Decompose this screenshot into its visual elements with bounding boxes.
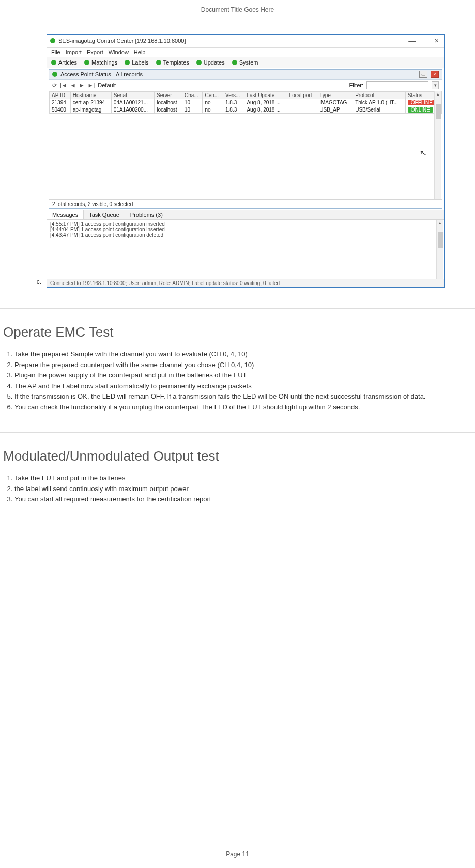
doc-footer: Page 11 [0, 850, 475, 858]
table-row[interactable]: 50400 ap-imagotag 01A1A00200... localhos… [50, 106, 442, 114]
status-badge: ONLINE [408, 107, 433, 113]
tab-matchings[interactable]: Matchings [84, 59, 117, 66]
messages-panel: [4:55:17 PM] 1 access point configuratio… [47, 219, 444, 279]
nav-tabs: Articles Matchings Labels Templates Upda… [47, 57, 444, 68]
list-item: Plug-in the power supply of the counterp… [14, 371, 475, 380]
menu-export[interactable]: Export [87, 49, 103, 55]
emc-steps-list: Take the prepared Sample with the channe… [14, 350, 475, 412]
tab-messages[interactable]: Messages [47, 210, 84, 219]
message-tabs: Messages Task Queue Problems (3) [47, 210, 444, 219]
next-page-button[interactable]: ► [79, 82, 85, 88]
heading-operate-emc-test: Operate EMC Test [3, 324, 475, 340]
col-server[interactable]: Server [155, 92, 182, 99]
col-channel[interactable]: Cha... [182, 92, 203, 99]
cursor-icon: ↖ [419, 148, 427, 159]
list-item: Prepare the prepared counterpart with th… [14, 360, 475, 370]
dot-icon [51, 60, 56, 65]
tab-labels[interactable]: Labels [125, 59, 148, 66]
menu-help[interactable]: Help [134, 49, 146, 55]
vertical-scrollbar[interactable]: ▴ [436, 220, 443, 279]
grid-header-row: AP ID Hostname Serial Server Cha... Cen.… [50, 92, 442, 99]
list-bullet-c: c. [31, 278, 41, 286]
section-divider [0, 525, 475, 525]
heading-modulated-output-test: Modulated/Unmodulated Output test [3, 448, 475, 464]
list-item: The AP and the Label now start automatic… [14, 382, 475, 391]
menu-window[interactable]: Window [109, 49, 129, 55]
dot-icon [196, 60, 202, 65]
last-page-button[interactable]: ►| [88, 82, 95, 88]
col-localport[interactable]: Local port [287, 92, 317, 99]
sub-window: Access Point Status - All records ▭ × ⟳ … [49, 69, 442, 209]
col-protocol[interactable]: Protocol [353, 92, 406, 99]
data-grid: AP ID Hostname Serial Server Cha... Cen.… [49, 91, 442, 200]
dot-icon [84, 60, 89, 65]
col-apid[interactable]: AP ID [50, 92, 71, 99]
menu-import[interactable]: Import [66, 49, 82, 55]
filter-label: Filter: [349, 82, 364, 88]
menu-bar: File Import Export Window Help [47, 48, 444, 57]
tab-task-queue[interactable]: Task Queue [84, 210, 125, 219]
list-item: the label will send continuosly with max… [14, 484, 475, 494]
status-bar: Connected to 192.168.1.10:8000; User: ad… [47, 279, 444, 287]
list-item: If the transmission is OK, the LED will … [14, 392, 475, 401]
window-titlebar: SES-imagotag Control Center [192.168.1.1… [47, 35, 444, 48]
log-line: [4:43:47 PM] 1 access point configuratio… [50, 232, 441, 238]
dot-icon [52, 72, 57, 77]
vertical-scrollbar[interactable]: ▴ [434, 91, 441, 199]
filter-dropdown[interactable]: ▾ [432, 81, 439, 89]
app-status-icon [50, 38, 55, 43]
status-badge: OFFLINE [408, 100, 436, 105]
tab-problems[interactable]: Problems (3) [125, 210, 168, 219]
doc-header: Document Title Goes Here [0, 6, 475, 13]
tab-templates[interactable]: Templates [156, 59, 189, 66]
tab-system[interactable]: System [232, 59, 258, 66]
close-button[interactable]: × [435, 37, 439, 45]
list-item: Take the EUT and put in the batteries [14, 474, 475, 483]
grid-toolbar: ⟳ |◄ ◄ ► ►| Default Filter: ▾ [49, 80, 442, 91]
first-page-button[interactable]: |◄ [60, 82, 67, 88]
minimize-button[interactable]: — [408, 37, 416, 45]
refresh-button[interactable]: ⟳ [52, 82, 57, 89]
dot-icon [156, 60, 161, 65]
window-title: SES-imagotag Control Center [192.168.1.1… [58, 38, 405, 44]
filter-input[interactable] [366, 81, 428, 89]
col-hostname[interactable]: Hostname [70, 92, 111, 99]
scheme-label: Default [98, 82, 116, 88]
list-item: You can start all required measurements … [14, 495, 475, 504]
list-item: Take the prepared Sample with the channe… [14, 350, 475, 359]
section-divider [0, 432, 475, 433]
log-line: [4:44:04 PM] 1 access point configuratio… [50, 227, 441, 232]
sub-close-button[interactable]: × [431, 71, 439, 78]
tab-updates[interactable]: Updates [196, 59, 225, 66]
mod-steps-list: Take the EUT and put in the batteries th… [14, 474, 475, 504]
tab-articles[interactable]: Articles [51, 59, 77, 66]
col-version[interactable]: Vers... [223, 92, 244, 99]
table-row[interactable]: 21394 cert-ap-21394 04A1A00121... localh… [50, 99, 442, 106]
col-type[interactable]: Type [317, 92, 353, 99]
log-line: [4:55:17 PM] 1 access point configuratio… [50, 221, 441, 227]
section-divider [0, 308, 475, 309]
col-lastupdate[interactable]: Last Update [244, 92, 287, 99]
dot-icon [232, 60, 237, 65]
maximize-button[interactable]: □ [423, 37, 427, 45]
sub-window-title: Access Point Status - All records [60, 71, 143, 77]
sub-maximize-button[interactable]: ▭ [419, 71, 427, 78]
grid-status-label: 2 total records, 2 visible, 0 selected [49, 200, 442, 208]
dot-icon [125, 60, 130, 65]
app-window: SES-imagotag Control Center [192.168.1.1… [47, 34, 445, 288]
col-serial[interactable]: Serial [111, 92, 154, 99]
menu-file[interactable]: File [51, 49, 60, 55]
list-item: You can check the functionality if a you… [14, 403, 475, 412]
prev-page-button[interactable]: ◄ [70, 82, 76, 88]
col-center[interactable]: Cen... [203, 92, 223, 99]
